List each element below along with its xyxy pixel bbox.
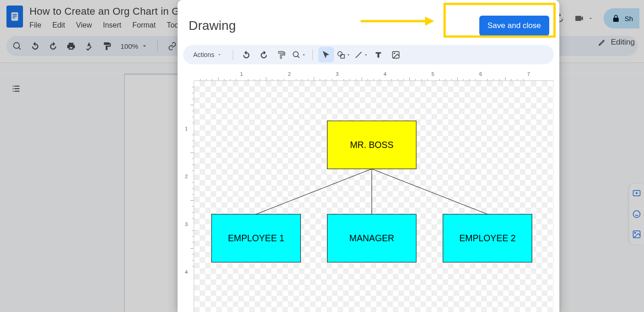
image-tool-icon[interactable] (388, 47, 404, 62)
drawing-canvas-area: 1234567 1234 MR. BOSSEMPLOYEE 1MANAGEREM… (183, 70, 554, 312)
undo-icon[interactable] (31, 42, 40, 51)
menu-insert[interactable]: Insert (98, 19, 127, 31)
print-icon[interactable] (67, 42, 75, 51)
svg-point-11 (338, 51, 342, 56)
svg-point-14 (394, 53, 395, 54)
redo-icon[interactable] (256, 47, 272, 62)
mode-dropdown[interactable]: Editing (598, 38, 635, 47)
org-node-label: EMPLOYEE 2 (459, 233, 515, 243)
vertical-ruler: 1234 (183, 81, 194, 312)
dialog-title: Drawing (189, 18, 236, 33)
svg-rect-3 (12, 17, 15, 18)
actions-dropdown[interactable]: Actions (188, 48, 227, 61)
menu-edit[interactable]: Edit (47, 19, 71, 31)
org-node-label: MANAGER (349, 233, 394, 243)
meet-button[interactable] (574, 13, 593, 23)
svg-marker-9 (425, 17, 434, 26)
undo-icon[interactable] (239, 47, 254, 62)
google-docs-logo[interactable] (6, 6, 23, 28)
svg-rect-12 (341, 54, 345, 58)
svg-rect-2 (12, 16, 17, 17)
spellcheck-icon[interactable] (85, 42, 93, 51)
org-node-label: MR. BOSS (350, 140, 394, 150)
svg-point-7 (634, 232, 636, 233)
svg-point-5 (633, 211, 640, 218)
side-panel (629, 184, 644, 244)
save-and-close-button[interactable]: Save and close (479, 16, 549, 36)
zoom-dropdown[interactable]: 100% (121, 42, 147, 50)
menu-file[interactable]: File (29, 19, 47, 31)
outline-icon[interactable] (11, 84, 21, 94)
drawing-dialog: Drawing Save and close Actions (178, 0, 559, 312)
redo-icon[interactable] (49, 42, 58, 51)
link-icon[interactable] (168, 42, 177, 51)
menu-format[interactable]: Format (127, 19, 161, 31)
menubar: File Edit View Insert Format Tools (29, 19, 190, 31)
svg-line-15 (256, 169, 372, 215)
add-comment-icon[interactable] (632, 189, 641, 199)
zoom-tool-icon[interactable] (291, 47, 307, 62)
svg-line-17 (372, 169, 488, 215)
select-tool-icon[interactable] (318, 47, 334, 62)
drawing-toolbar: Actions (183, 45, 554, 64)
svg-rect-1 (12, 14, 17, 15)
annotation-arrow-icon (361, 16, 434, 27)
document-title[interactable]: How to Create an Org Chart in Go (29, 4, 190, 17)
search-icon[interactable] (13, 42, 22, 51)
line-tool-icon[interactable] (353, 47, 369, 62)
share-button[interactable]: Sh (604, 8, 639, 28)
horizontal-ruler: 1234567 (194, 70, 554, 81)
menu-view[interactable]: View (70, 19, 97, 31)
paint-format-icon[interactable] (274, 47, 289, 62)
paint-format-icon[interactable] (103, 42, 111, 51)
org-chart: MR. BOSSEMPLOYEE 1MANAGEREMPLOYEE 2 (194, 81, 554, 312)
emoji-icon[interactable] (632, 210, 641, 219)
org-node-label: EMPLOYEE 1 (228, 233, 284, 243)
drawing-canvas[interactable]: MR. BOSSEMPLOYEE 1MANAGEREMPLOYEE 2 (194, 81, 554, 312)
insert-image-icon[interactable] (632, 230, 641, 239)
svg-point-10 (293, 51, 298, 57)
textbox-tool-icon[interactable] (371, 47, 386, 62)
shape-tool-icon[interactable] (336, 47, 351, 62)
